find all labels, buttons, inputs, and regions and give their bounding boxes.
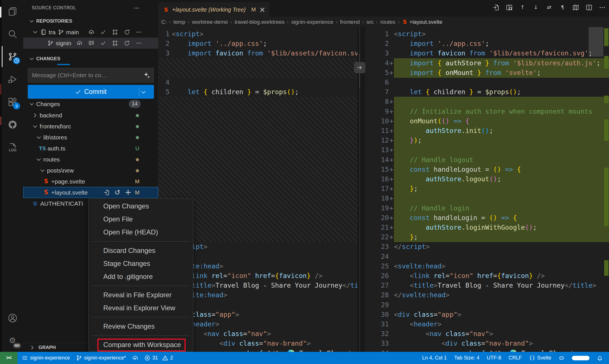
breadcrumb-item[interactable]: travel-blog.worktrees [235,19,284,25]
activity-item-log-viewer[interactable]: LOG [2,136,23,158]
cloud-upload-icon[interactable] [88,29,94,35]
activity-item-extensions[interactable]: 3 [2,91,23,113]
worktree-row[interactable]: signin [23,38,158,49]
repo-row[interactable]: tramain [23,27,158,38]
menu-item-open-file-head-[interactable]: Open File (HEAD) [89,226,193,239]
check-icon[interactable] [100,40,106,46]
tree-row-+page.svelte[interactable]: S+page.svelteM [23,176,158,187]
breadcrumb-item[interactable]: temp [173,19,185,25]
changes-group-header[interactable]: Changes 14 [23,98,158,109]
line-number: 9+ [365,107,394,117]
tree-row-frontend-src[interactable]: frontend\src [23,121,158,132]
activity-item-source-control[interactable] [2,45,23,68]
swap-icon[interactable]: ⇄ [546,4,552,11]
activity-item-accounts[interactable] [2,307,23,329]
stage-icon[interactable]: + [125,189,131,195]
tree-item-actions: ↺+ [104,189,131,195]
diff-arrow-button[interactable] [354,62,365,73]
count-badge: 3 [13,102,20,109]
map-icon[interactable] [572,4,579,11]
tree-row-auth.ts[interactable]: TSauth.tsU [23,143,158,154]
more-icon[interactable] [136,29,142,35]
remote-indicator[interactable]: >< [0,352,18,364]
menu-item-reveal-in-file-explorer[interactable]: Reveal in File Explorer [89,288,193,301]
activity-item-github[interactable] [2,113,23,136]
status-item-31[interactable]: 312 [144,355,173,361]
check-icon[interactable] [100,29,106,35]
pr-create-icon[interactable] [112,29,118,35]
code-text: // Handle logout [394,155,609,165]
comment-icon[interactable] [88,40,94,46]
activity-item-search[interactable] [2,23,23,45]
commit-message-input[interactable] [28,72,143,79]
preview-icon[interactable] [506,4,512,11]
menu-item-reveal-in-explorer-view[interactable]: Reveal in Explorer View [89,301,193,315]
tree-row-posts-new[interactable]: posts\new [23,165,158,176]
breadcrumb-item[interactable]: frontend [340,19,360,25]
sparkle-icon[interactable] [143,72,150,79]
more-icon[interactable] [599,4,606,11]
activity-item-settings[interactable]: ⚙NO [2,329,23,352]
status-item-ln-4-col-1[interactable]: Ln 4, Col 1 [422,355,447,361]
more-icon[interactable] [136,40,142,46]
activity-item-run-and-debug[interactable] [2,68,23,91]
section-changes[interactable]: CHANGES [23,53,158,64]
status-item-signin-experience[interactable]: signin-experience [22,355,70,361]
status-progress-pill[interactable] [572,356,589,360]
cloud-upload-icon [132,355,138,361]
refresh-icon[interactable] [124,29,130,35]
breadcrumb-item[interactable]: worktree-demo [192,19,228,25]
code-line: 24 [365,252,609,262]
arrow-up-icon[interactable]: ↑ [519,4,526,11]
diff-modified-pane[interactable]: 1<script>2 import '../app.css';3 import … [365,27,609,352]
activity-item-explorer[interactable] [2,0,23,23]
status-item-tab-size-4[interactable]: Tab Size: 4 [454,355,479,361]
status-item-crlf[interactable]: CRLF [509,355,522,361]
menu-item-open-file[interactable]: Open File [89,213,193,226]
tab-layout-svelte[interactable]: S +layout.svelte (Working Tree) M × [158,2,269,17]
commit-message-box [28,68,154,83]
line-number: 5 [158,87,172,97]
status-item-utf-8[interactable]: UTF-8 [487,355,501,361]
refresh-icon[interactable] [124,40,130,46]
close-icon[interactable]: × [259,6,266,13]
go-to-file-icon[interactable] [493,4,499,11]
menu-item-add-to-gitignore[interactable]: Add to .gitignore [89,270,193,283]
breadcrumb-item[interactable]: src [366,19,374,25]
status-item-svelte[interactable]: {}Svelte [529,355,551,361]
go-to-file-icon[interactable] [104,189,110,195]
breadcrumb-file[interactable]: S+layout.svelte [402,19,442,25]
code-text: <header> [394,319,609,329]
split-icon[interactable] [586,4,592,11]
status-item-cloud-upload[interactable] [132,355,138,361]
pilcrow-icon[interactable]: ¶ [559,4,566,11]
tree-row-routes[interactable]: routes [23,154,158,165]
menu-item-review-changes[interactable]: Review Changes [89,320,193,333]
scrollbar-slider[interactable] [589,27,603,57]
menu-item-discard-changes[interactable]: Discard Changes [89,244,193,257]
breadcrumb-item[interactable]: routes [380,19,395,25]
section-repositories[interactable]: REPOSITORIES [23,16,158,27]
breadcrumb-item[interactable]: C: [161,19,167,25]
arrow-down-icon[interactable]: ↓ [533,4,539,11]
more-actions-icon[interactable] [134,5,140,11]
code-text: // Handle login [394,203,609,213]
breadcrumb-item[interactable]: signin-experience [291,19,333,25]
commit-button[interactable]: Commit [28,85,154,99]
line-number: 31 [365,319,394,329]
status-item-signin-experience-[interactable]: signin-experience* [76,355,126,361]
cloud-upload-icon[interactable] [76,40,82,46]
tree-row-backend[interactable]: backend [23,110,158,121]
pr-create-icon[interactable] [112,40,118,46]
status-item-copilot[interactable] [559,355,565,361]
status-item-bell[interactable] [597,355,603,361]
line-number: 24 [365,252,394,262]
code-text: <link rel="icon" href={favicon} /> [172,271,357,281]
chevron-down-icon[interactable] [140,89,147,95]
line-number: 18+ [365,193,394,203]
tree-row-lib-stores[interactable]: lib\stores [23,132,158,143]
menu-item-stage-changes[interactable]: Stage Changes [89,257,193,270]
discard-icon[interactable]: ↺ [114,189,120,195]
tree-row-+layout.svelte[interactable]: S+layout.svelte↺+M [23,187,158,198]
menu-item-open-changes[interactable]: Open Changes [89,200,193,213]
